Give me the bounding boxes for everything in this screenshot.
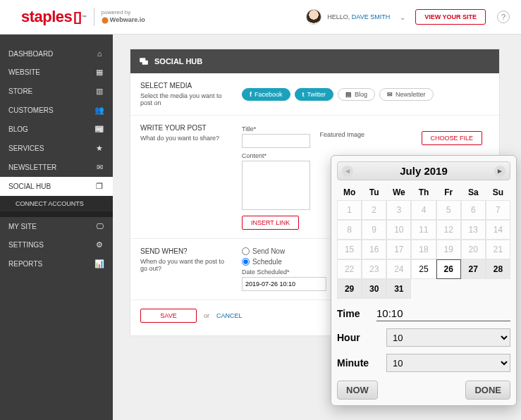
day-9: 9 bbox=[362, 220, 386, 240]
chip-newsletter[interactable]: ✉Newsletter bbox=[379, 88, 434, 101]
sidebar-item-website[interactable]: WEBSITE▦ bbox=[0, 63, 113, 82]
day-10: 10 bbox=[386, 220, 411, 240]
chip-label: Newsletter bbox=[396, 91, 426, 98]
day-21: 21 bbox=[486, 240, 510, 259]
day-2: 2 bbox=[362, 200, 386, 220]
next-month-button[interactable]: ► bbox=[494, 166, 505, 177]
choose-file-button[interactable]: CHOOSE FILE bbox=[422, 131, 483, 145]
day-7: 7 bbox=[486, 200, 510, 220]
sidebar-gap bbox=[0, 211, 113, 217]
time-input[interactable] bbox=[376, 306, 510, 321]
day-4: 4 bbox=[411, 200, 436, 220]
day-23: 23 bbox=[362, 259, 386, 279]
sidebar-item-icon: ⌂ bbox=[94, 49, 104, 58]
sidebar-item-label: REPORTS bbox=[8, 260, 42, 268]
sidebar-item-icon: 📊 bbox=[94, 259, 104, 268]
hour-row: Hour 10 bbox=[337, 328, 510, 347]
sidebar-item-icon: ▦ bbox=[94, 68, 104, 77]
sidebar-item-label: CUSTOMERS bbox=[8, 106, 54, 114]
title-input[interactable] bbox=[242, 134, 310, 148]
sidebar-item-services[interactable]: SERVICES★ bbox=[0, 139, 113, 158]
chevron-down-icon[interactable]: ⌄ bbox=[400, 13, 405, 21]
sidebar-item-my-site[interactable]: MY SITE🖵 bbox=[0, 217, 113, 235]
now-button[interactable]: NOW bbox=[337, 381, 378, 400]
svg-point-0 bbox=[102, 18, 108, 24]
day-31[interactable]: 31 bbox=[386, 279, 411, 299]
greeting: HELLO, DAVE SMITH bbox=[327, 13, 390, 20]
logo-separator bbox=[94, 8, 94, 26]
content-textarea[interactable] bbox=[242, 161, 310, 210]
sidebar-item-blog[interactable]: BLOG📰 bbox=[0, 120, 113, 139]
day-17: 17 bbox=[386, 240, 411, 259]
day-27[interactable]: 27 bbox=[461, 259, 486, 279]
sidebar-item-label: MY SITE bbox=[8, 223, 37, 230]
day-12: 12 bbox=[436, 220, 461, 240]
write-post-heading: WRITE YOUR POST bbox=[140, 124, 232, 132]
schedule-radio[interactable] bbox=[242, 258, 250, 266]
prev-month-button[interactable]: ◄ bbox=[342, 166, 353, 177]
sidebar-sub-item[interactable]: CONNECT ACCOUNTS bbox=[0, 196, 113, 211]
insert-link-button[interactable]: INSERT LINK bbox=[242, 216, 299, 230]
sidebar-item-newsletter[interactable]: NEWSLETTER✉ bbox=[0, 158, 113, 177]
minute-select[interactable]: 10 bbox=[386, 354, 510, 372]
view-site-button[interactable]: VIEW YOUR SITE bbox=[415, 9, 486, 25]
day-6: 6 bbox=[461, 200, 486, 220]
minute-label: Minute bbox=[337, 357, 379, 369]
done-button[interactable]: DONE bbox=[465, 381, 510, 400]
day-13: 13 bbox=[461, 220, 486, 240]
sidebar-item-label: NEWSLETTER bbox=[8, 163, 56, 171]
sidebar-item-label: SOCIAL HUB bbox=[8, 183, 51, 190]
hour-label: Hour bbox=[337, 332, 379, 343]
webware-icon bbox=[102, 17, 109, 24]
sidebar-item-label: DASHBOARD bbox=[8, 50, 53, 58]
date-scheduled-input[interactable] bbox=[242, 277, 326, 291]
datepicker-header: ◄ July 2019 ► bbox=[337, 161, 510, 180]
write-post-desc: What do you want to share? bbox=[140, 135, 232, 142]
sidebar-item-icon: ❐ bbox=[94, 182, 104, 191]
day-8: 8 bbox=[337, 220, 362, 240]
sidebar: DASHBOARD⌂WEBSITE▦STORE▥CUSTOMERS👥BLOG📰S… bbox=[0, 35, 113, 420]
or-text: or bbox=[204, 312, 209, 319]
hour-select[interactable]: 10 bbox=[386, 328, 510, 347]
day-11: 11 bbox=[411, 220, 436, 240]
weekday-tu: Tu bbox=[362, 185, 386, 200]
chip-facebook[interactable]: fFacebook bbox=[242, 88, 290, 101]
write-post-left: WRITE YOUR POST What do you want to shar… bbox=[140, 124, 232, 230]
sidebar-item-icon: ⚙ bbox=[94, 240, 104, 249]
sidebar-item-store[interactable]: STORE▥ bbox=[0, 82, 113, 101]
day-19: 19 bbox=[436, 240, 461, 259]
minute-row: Minute 10 bbox=[337, 354, 510, 372]
sidebar-item-settings[interactable]: SETTINGS⚙ bbox=[0, 235, 113, 254]
day-29[interactable]: 29 bbox=[337, 279, 362, 299]
datepicker-days-grid: 1234567891011121314151617181920212223242… bbox=[337, 200, 510, 299]
chip-twitter[interactable]: tTwitter bbox=[295, 88, 334, 101]
user-name[interactable]: DAVE SMITH bbox=[352, 13, 390, 20]
select-media-desc: Select the media you want to post on bbox=[140, 92, 232, 106]
sidebar-item-dashboard[interactable]: DASHBOARD⌂ bbox=[0, 44, 113, 63]
save-button[interactable]: SAVE bbox=[140, 309, 197, 323]
chip-blog[interactable]: ▤Blog bbox=[338, 88, 375, 101]
blog-icon: ▤ bbox=[345, 91, 352, 98]
cancel-link[interactable]: CANCEL bbox=[216, 312, 243, 319]
time-label: Time bbox=[337, 308, 369, 319]
sidebar-item-reports[interactable]: REPORTS📊 bbox=[0, 254, 113, 273]
avatar[interactable] bbox=[306, 9, 321, 25]
panel-title: SOCIAL HUB bbox=[154, 57, 202, 66]
day-20: 20 bbox=[461, 240, 486, 259]
day-28[interactable]: 28 bbox=[486, 259, 510, 279]
datepicker-actions: NOW DONE bbox=[337, 381, 510, 400]
sidebar-item-customers[interactable]: CUSTOMERS👥 bbox=[0, 101, 113, 120]
weekday-sa: Sa bbox=[461, 185, 486, 200]
social-icon bbox=[139, 56, 149, 66]
help-icon[interactable]: ? bbox=[497, 11, 510, 23]
day-22: 22 bbox=[337, 259, 362, 279]
sidebar-item-label: SERVICES bbox=[8, 144, 44, 152]
brand-logo: staples[]™ bbox=[21, 8, 87, 26]
day-30[interactable]: 30 bbox=[362, 279, 386, 299]
day-26[interactable]: 26 bbox=[436, 259, 461, 279]
featured-image-heading: Featured Image bbox=[320, 131, 412, 138]
day-25[interactable]: 25 bbox=[411, 259, 436, 279]
sidebar-item-label: WEBSITE bbox=[8, 68, 40, 76]
send-now-radio[interactable] bbox=[242, 247, 250, 255]
sidebar-item-social-hub[interactable]: SOCIAL HUB❐ bbox=[0, 177, 113, 196]
